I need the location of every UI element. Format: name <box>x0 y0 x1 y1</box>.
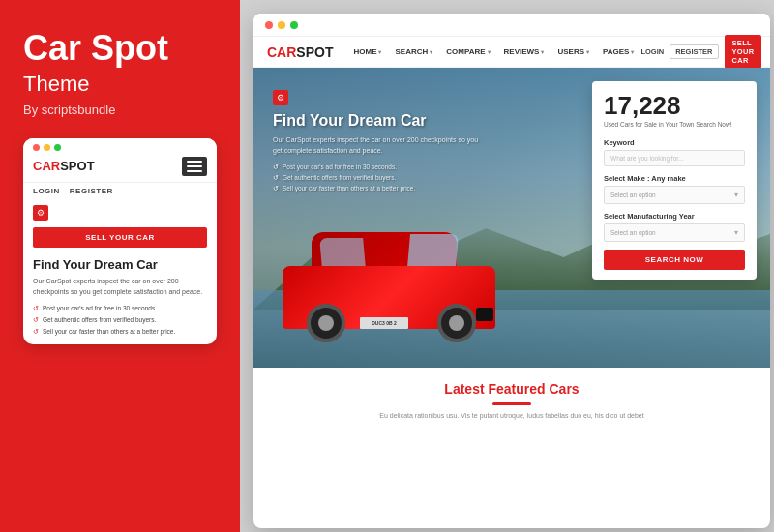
search-make-label: Select Make : Any make <box>604 174 745 183</box>
mobile-sell-button[interactable]: SELL YOUR CAR <box>33 227 207 248</box>
chevron-down-icon: ▾ <box>631 48 634 55</box>
featured-title: Latest Featured Cars <box>273 381 751 397</box>
car-plate: DUC3 0B 2 <box>360 317 408 329</box>
desktop-logo-spot: SPOT <box>296 44 333 60</box>
hamburger-line <box>187 165 202 167</box>
bullet-icon: ↺ <box>273 174 279 182</box>
mobile-hero-title: Find Your Dream Car <box>23 251 217 278</box>
mobile-bullet-text: Post your car's ad for free in 30 second… <box>43 304 157 312</box>
nav-item-search[interactable]: SEARCH ▾ <box>388 47 439 56</box>
chevron-down-icon: ▾ <box>541 48 544 55</box>
hero-heading: Find Your Dream Car <box>273 111 486 130</box>
mobile-login-link[interactable]: LOGIN <box>33 187 60 195</box>
mobile-register-link[interactable]: REGISTER <box>70 187 113 195</box>
mobile-logo-car: CAR <box>33 159 60 173</box>
desktop-hero: ⚙ Find Your Dream Car Our CarSpot expert… <box>253 68 770 368</box>
bullet-icon: ↺ <box>273 185 279 192</box>
desktop-nav-items: HOME ▾ SEARCH ▾ COMPARE ▾ REVIEWS ▾ USER… <box>346 47 640 56</box>
hero-gear-icon: ⚙ <box>273 90 288 105</box>
mobile-dot-red <box>33 144 40 151</box>
chevron-down-icon: ▾ <box>734 228 738 237</box>
nav-item-users[interactable]: USERS ▾ <box>551 47 596 56</box>
mobile-dot-yellow <box>44 144 50 151</box>
right-panel: CARSPOT HOME ▾ SEARCH ▾ COMPARE ▾ REVIEW… <box>240 0 774 532</box>
featured-divider <box>492 402 531 405</box>
hero-bullet-1: ↺ Post your car's ad for free in 30 seco… <box>273 163 486 171</box>
mobile-bullet-text: Get authentic offers from verified buyer… <box>43 315 156 324</box>
bullet-icon: ↺ <box>33 304 39 313</box>
desktop-logo: CARSPOT <box>267 44 333 60</box>
search-year-select[interactable]: Select an option ▾ <box>604 223 745 242</box>
desktop-register-link[interactable]: REGISTER <box>670 44 718 59</box>
chevron-down-icon: ▾ <box>586 48 589 55</box>
app-by: By scriptsbundle <box>23 103 217 117</box>
featured-title-end: Cars <box>546 381 580 397</box>
gear-icon: ⚙ <box>33 205 48 221</box>
search-count-desc: Used Cars for Sale in Your Town Search N… <box>604 120 745 129</box>
nav-item-pages[interactable]: PAGES ▾ <box>596 47 640 56</box>
search-keyword-placeholder: What are you looking for... <box>610 155 684 162</box>
mobile-dot-green <box>54 144 61 151</box>
desktop-nav-right: LOGIN REGISTER SELL YOUR CAR <box>640 35 761 69</box>
mobile-logo-spot: SPOT <box>60 159 94 173</box>
car-wheel-left <box>307 304 345 342</box>
hero-bullet-3: ↺ Sell your car faster than others at a … <box>273 185 486 192</box>
chevron-down-icon: ▾ <box>488 48 491 55</box>
mobile-preview-card: CARSPOT LOGIN REGISTER ⚙ SELL YOUR CAR F… <box>23 138 217 344</box>
left-panel: Car Spot Theme By scriptsbundle CARSPOT … <box>0 0 240 532</box>
desktop-dot-green <box>290 21 298 29</box>
desktop-dot-red <box>265 21 273 29</box>
bullet-icon: ↺ <box>273 163 279 171</box>
mobile-bullet-2: ↺ Get authentic offers from verified buy… <box>23 314 217 326</box>
car-body: DUC3 0B 2 <box>283 251 495 348</box>
desktop-sell-button[interactable]: SELL YOUR CAR <box>725 35 762 69</box>
car-wheel-right <box>437 304 476 342</box>
bullet-icon: ↺ <box>33 315 39 325</box>
car-grille <box>476 308 493 321</box>
search-keyword-input[interactable]: What are you looking for... <box>604 150 745 166</box>
hero-text-overlay: ⚙ Find Your Dream Car Our CarSpot expert… <box>273 87 486 195</box>
mobile-logo: CARSPOT <box>33 159 95 173</box>
mobile-bullet-text: Sell your car faster than others at a be… <box>43 327 175 336</box>
hero-bullet-2: ↺ Get authentic offers from verified buy… <box>273 174 486 182</box>
search-make-placeholder: Select an option <box>610 192 656 198</box>
search-make-select[interactable]: Select an option ▾ <box>604 186 745 204</box>
mobile-topbar <box>23 138 217 151</box>
mobile-login-row: LOGIN REGISTER <box>23 183 217 199</box>
mobile-gear-row: ⚙ <box>23 199 217 223</box>
desktop-nav: CARSPOT HOME ▾ SEARCH ▾ COMPARE ▾ REVIEW… <box>253 37 770 68</box>
hamburger-icon[interactable] <box>182 157 207 176</box>
featured-subtext: Eu delicata rationibus usu. Vis te putan… <box>367 411 657 422</box>
nav-item-home[interactable]: HOME ▾ <box>346 47 388 56</box>
chevron-down-icon: ▾ <box>378 48 381 55</box>
search-keyword-label: Keyword <box>604 138 745 147</box>
nav-item-reviews[interactable]: REVIEWS ▾ <box>497 47 551 56</box>
desktop-login-link[interactable]: LOGIN <box>640 47 664 56</box>
desktop-preview-card: CARSPOT HOME ▾ SEARCH ▾ COMPARE ▾ REVIEW… <box>253 14 770 528</box>
mobile-bullet-3: ↺ Sell your car faster than others at a … <box>23 326 217 344</box>
hamburger-line <box>187 161 202 163</box>
search-count: 17,228 <box>604 93 745 118</box>
bullet-icon: ↺ <box>33 327 39 337</box>
hero-car-image: DUC3 0B 2 <box>273 203 505 348</box>
search-widget: 17,228 Used Cars for Sale in Your Town S… <box>592 81 757 280</box>
mobile-hero-text: Our CarSpot experts inspect the car on o… <box>23 277 217 303</box>
search-now-button[interactable]: SEARCH NOW <box>604 250 745 270</box>
mobile-nav: CARSPOT <box>23 151 217 183</box>
desktop-topbar <box>253 14 770 37</box>
search-year-label: Select Manufacturing Year <box>604 212 745 221</box>
hero-subtext: Our CarSpot experts inspect the car on o… <box>273 135 486 156</box>
nav-item-compare[interactable]: COMPARE ▾ <box>439 47 496 56</box>
chevron-down-icon: ▾ <box>734 191 738 199</box>
mobile-bullet-1: ↺ Post your car's ad for free in 30 seco… <box>23 303 217 314</box>
hamburger-line <box>187 170 202 172</box>
chevron-down-icon: ▾ <box>430 48 432 55</box>
search-year-placeholder: Select an option <box>610 229 656 236</box>
app-subtitle: Theme <box>23 72 217 97</box>
app-title: Car Spot <box>23 29 217 68</box>
desktop-logo-car: CAR <box>267 44 296 60</box>
desktop-dot-yellow <box>278 21 285 29</box>
featured-title-plain: Latest <box>444 381 488 397</box>
featured-title-accent: Featured <box>488 381 545 397</box>
desktop-below-hero: Latest Featured Cars Eu delicata rationi… <box>253 368 770 422</box>
